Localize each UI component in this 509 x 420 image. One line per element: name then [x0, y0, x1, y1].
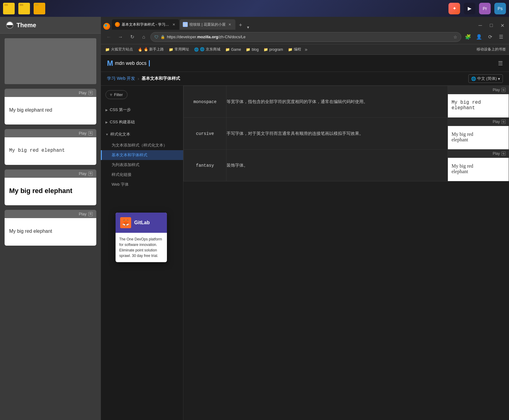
play-icon-fantasy[interactable]: ⧉: [501, 151, 506, 156]
bookmark-6[interactable]: 📁 blog: [245, 47, 260, 52]
sidebar-item-list-style[interactable]: 为列表添加样式: [101, 160, 183, 170]
play-icon-monospace[interactable]: ⧉: [501, 88, 506, 92]
tab-1[interactable]: 基本文本和字体样式 - 学习 We ✕: [112, 19, 179, 30]
desc-monospace: 等宽字体，指包含的全部字符的宽度相同的字体，通常在编辑代码时使用。: [227, 86, 448, 118]
left-card-4-header: Play ⧉: [5, 210, 96, 218]
tab-2-favicon: 🐿: [183, 22, 188, 27]
ad-popup[interactable]: 🦊 GitLab The One DevOps platform for sof…: [116, 213, 167, 262]
left-card-2: Play ⧉ My big red elephant: [5, 129, 96, 165]
mdn-menu-btn[interactable]: ☰: [498, 60, 503, 67]
sidebar-item-text-style[interactable]: 为文本添加样式（样式化文本）: [101, 140, 183, 150]
mobile-bookmark[interactable]: 移动设备上的书签: [477, 47, 506, 52]
bookmark-5-label: Game: [231, 47, 241, 52]
star-icon[interactable]: ☆: [453, 35, 457, 39]
win-minimize-btn[interactable]: ─: [476, 21, 485, 30]
tab-overflow-button[interactable]: ▾: [246, 25, 250, 30]
card-text-3: My big red elephant: [9, 187, 72, 195]
lang-selector[interactable]: 🌐 中文 (简体) ▾: [468, 74, 503, 83]
play-btn-4[interactable]: Play: [79, 212, 87, 216]
bookmark-more-btn[interactable]: »: [305, 47, 308, 52]
sidebar-item-link-style[interactable]: 样式化链接: [101, 170, 183, 180]
bookmark-4[interactable]: 🌐 🌐 京东商城: [193, 46, 221, 53]
lang-label: 中文 (简体): [477, 76, 497, 81]
example-body-fantasy: My big redelephant: [448, 158, 509, 181]
example-body-monospace: My big redelephant: [448, 94, 509, 117]
nav-back-btn[interactable]: ←: [104, 32, 114, 42]
top-preview-area: [5, 38, 96, 84]
bookmark-3-icon: 📁: [169, 47, 173, 52]
tab-2-close[interactable]: ✕: [227, 22, 232, 27]
bookmark-5-icon: 📁: [225, 47, 230, 52]
folder-icon-2[interactable]: [18, 3, 30, 14]
bookmark-5[interactable]: 📁 Game: [224, 47, 242, 52]
chevron-down-icon: ▾: [498, 76, 500, 81]
bookmark-3-label: 常用网址: [175, 47, 189, 52]
sidebar-section-css1-header: ▶ CSS 第一步: [105, 106, 179, 114]
sidebar-section-css2-header: ▶ CSS 构建基础: [105, 118, 179, 126]
left-card-4: Play ⧉ My big red elephant: [5, 210, 96, 246]
play-btn-2[interactable]: Play: [79, 131, 87, 136]
play-icon-3[interactable]: ⧉: [88, 172, 93, 176]
folder-icon-1[interactable]: [3, 3, 15, 14]
bookmark-8[interactable]: 📁 编程: [287, 46, 302, 53]
bookmark-8-label: 编程: [294, 47, 301, 52]
win-maximize-btn[interactable]: □: [487, 21, 496, 30]
tab-2[interactable]: 🐿 咬吱吱 | 花栗鼠的小屋 ✕: [180, 19, 235, 30]
app-icon-4[interactable]: Ps: [494, 3, 506, 14]
sync-btn[interactable]: ⟳: [485, 32, 495, 42]
play-label-cursive[interactable]: Play: [493, 120, 500, 124]
sidebar-section-text[interactable]: ▼ 样式化文本: [101, 128, 183, 140]
theme-label: Theme: [17, 22, 36, 29]
tab-2-title: 咬吱吱 | 花栗鼠的小屋: [190, 22, 226, 27]
sidebar-section-css2[interactable]: ▶ CSS 构建基础: [101, 116, 183, 128]
left-card-3-body: My big red elephant: [5, 178, 96, 205]
table-row-cursive: cursive 手写字体，对于英文字符而言通常具有顺滑的连接笔画以模拟手写效果。…: [184, 118, 509, 150]
app-icon-2[interactable]: ▶: [464, 3, 475, 14]
play-label-monospace[interactable]: Play: [493, 88, 500, 92]
menu-btn[interactable]: ☰: [496, 32, 506, 42]
left-card-1-body: My big elephant red: [5, 97, 96, 125]
nav-forward-btn[interactable]: →: [116, 32, 125, 42]
play-icon-4[interactable]: ⧉: [88, 212, 93, 216]
sidebar-section-css2-label: CSS 构建基础: [110, 119, 135, 125]
card-text-1: My big elephant red: [9, 107, 52, 113]
tab-1-close[interactable]: ✕: [171, 22, 176, 27]
bookmark-8-icon: 📁: [288, 47, 293, 52]
play-icon-2[interactable]: ⧉: [88, 131, 93, 136]
win-close-btn[interactable]: ✕: [498, 21, 507, 30]
sidebar-item-font-style[interactable]: 基本文本和字体样式: [101, 150, 183, 160]
filter-button[interactable]: ▿ Filter: [105, 90, 127, 99]
new-tab-button[interactable]: +: [236, 20, 245, 30]
play-btn-3[interactable]: Play: [79, 171, 87, 176]
play-label-fantasy[interactable]: Play: [493, 151, 500, 156]
tab-bar: 基本文本和字体样式 - 学习 We ✕ 🐿 咬吱吱 | 花栗鼠的小屋 ✕ + ▾…: [101, 17, 509, 30]
bookmark-3[interactable]: 📁 常用网址: [168, 46, 190, 53]
bookmark-2[interactable]: 🔥 🔥 新手上路: [137, 46, 165, 53]
nav-refresh-btn[interactable]: ↻: [127, 32, 137, 42]
sidebar-item-web-fonts[interactable]: Web 字体: [101, 180, 183, 189]
desc-cursive: 手写字体，对于英文字符而言通常具有顺滑的连接笔画以模拟手写效果。: [227, 118, 448, 150]
bookmark-7[interactable]: 📁 program: [262, 47, 284, 52]
app-icon-3[interactable]: Pr: [479, 3, 491, 14]
sidebar-section-css1[interactable]: ▶ CSS 第一步: [101, 104, 183, 116]
play-icon-1[interactable]: ⧉: [88, 91, 93, 95]
play-btn-1[interactable]: Play: [79, 91, 87, 95]
mdn-logo-icon: M: [107, 59, 113, 68]
breadcrumb-parent[interactable]: 学习 Web 开发: [107, 76, 135, 81]
ad-body: The One DevOps platform for software inn…: [116, 233, 167, 262]
arrow-icon-css1: ▶: [105, 108, 108, 112]
gitlab-logo: 🦊: [120, 217, 131, 228]
play-icon-cursive[interactable]: ⧉: [501, 120, 506, 124]
left-card-1: Play ⧉ My big elephant red: [5, 89, 96, 125]
extension-btn[interactable]: 🧩: [463, 32, 473, 42]
app-icon-1[interactable]: ✦: [448, 3, 460, 14]
bookmark-1[interactable]: 📁 火狐官方站点: [104, 46, 134, 53]
example-header-cursive: Play ⧉: [448, 118, 509, 126]
profile-btn[interactable]: 👤: [474, 32, 484, 42]
left-card-3-header: Play ⧉: [5, 169, 96, 178]
nav-home-btn[interactable]: ⌂: [139, 32, 149, 42]
bookmark-4-icon: 🌐: [194, 47, 199, 52]
folder-icon-3[interactable]: [34, 3, 45, 14]
example-text-cursive: My big redelephant: [452, 132, 473, 143]
url-bar[interactable]: 🛡 🔒 https://developer.mozilla.org/zh-CN/…: [150, 32, 461, 42]
